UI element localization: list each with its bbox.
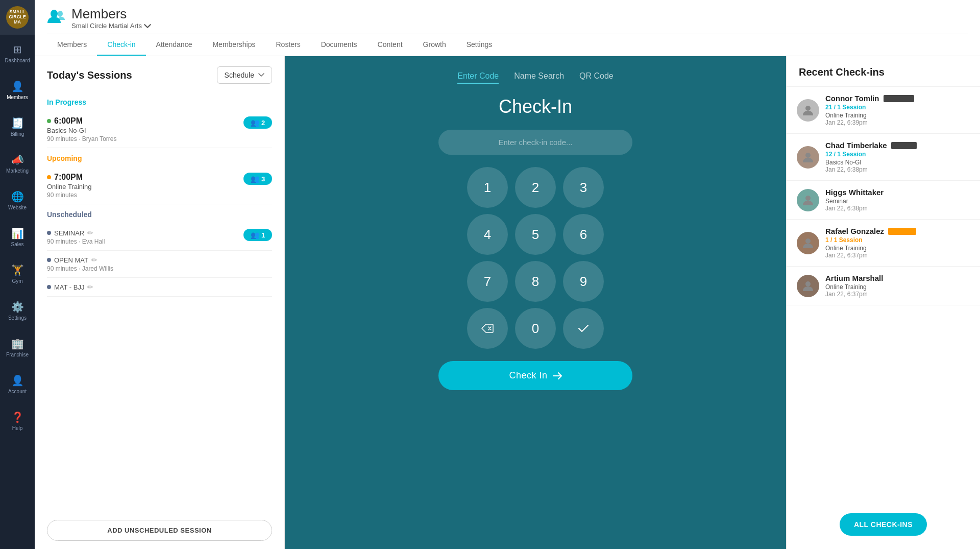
- schedule-dropdown[interactable]: Schedule: [217, 66, 272, 84]
- tab-name-search[interactable]: Name Search: [514, 71, 564, 84]
- page-title: Members: [71, 6, 151, 22]
- numpad-4[interactable]: 4: [467, 214, 508, 255]
- session-name-row: SEMINAR ✏: [47, 229, 105, 237]
- sidebar-item-dashboard[interactable]: ⊞ Dashboard: [0, 35, 35, 71]
- numpad-confirm[interactable]: [563, 308, 604, 349]
- sidebar: SMALLCIRCLEMA ⊞ Dashboard 👤 Members 🧾 Bi…: [0, 0, 35, 549]
- checkin-person-name: Connor Tomlin: [825, 94, 970, 103]
- sidebar-label-franchise: Franchise: [6, 352, 29, 357]
- sidebar-item-franchise[interactable]: 🏢 Franchise: [0, 329, 35, 366]
- numpad-9[interactable]: 9: [563, 261, 604, 302]
- center-panel: Enter Code Name Search QR Code Check-In …: [285, 56, 786, 549]
- session-item[interactable]: SEMINAR ✏ 90 minutes · Eva Hall 👥 1: [47, 224, 272, 251]
- session-info: 7:00PM Online Training 90 minutes: [47, 173, 91, 199]
- session-type: Basics No-GI: [825, 159, 970, 166]
- tab-settings[interactable]: Settings: [456, 34, 503, 56]
- avatar: [797, 146, 819, 169]
- franchise-icon: 🏢: [11, 338, 24, 350]
- session-time: 7:00PM: [47, 173, 91, 182]
- sidebar-item-gym[interactable]: 🏋️ Gym: [0, 255, 35, 292]
- logo-icon: SMALLCIRCLEMA: [6, 6, 29, 29]
- edit-icon[interactable]: ✏: [87, 229, 93, 237]
- sidebar-label-settings: Settings: [8, 315, 27, 321]
- attendees-icon: 👥: [251, 175, 259, 183]
- checkin-person-info: Artium Marshall Online Training Jan 22, …: [825, 274, 970, 298]
- page-body: Today's Sessions Schedule In Progress 6:…: [35, 56, 980, 549]
- svg-point-3: [805, 153, 811, 158]
- checkin-person-info: Higgs Whittaker Seminar Jan 22, 6:38pm: [825, 188, 970, 212]
- attendee-badge[interactable]: 👥 3: [243, 173, 272, 185]
- checkin-person-info: Chad Timberlake 12 / 1 Session Basics No…: [825, 141, 970, 173]
- help-icon: ❓: [11, 411, 24, 423]
- checkin-person-info: Connor Tomlin 21 / 1 Session Online Trai…: [825, 94, 970, 126]
- upcoming-label: Upcoming: [47, 154, 272, 162]
- numpad-7[interactable]: 7: [467, 261, 508, 302]
- checkin-person-name: Artium Marshall: [825, 274, 970, 282]
- dot-unscheduled: [47, 231, 51, 235]
- members-header-icon: [47, 9, 65, 28]
- tab-qr-code[interactable]: QR Code: [579, 71, 614, 84]
- numpad-6[interactable]: 6: [563, 214, 604, 255]
- attendee-badge[interactable]: 👥 2: [243, 116, 272, 129]
- sidebar-item-members[interactable]: 👤 Members: [0, 71, 35, 108]
- sidebar-item-help[interactable]: ❓ Help: [0, 402, 35, 439]
- sessions-list: In Progress 6:00PM Basics No-GI 90 minut…: [35, 92, 284, 512]
- all-check-ins-button[interactable]: ALL CHECK-INS: [840, 513, 927, 536]
- attendees-icon: 👥: [251, 231, 259, 239]
- numpad-5[interactable]: 5: [515, 214, 556, 255]
- checkin-time: Jan 22, 6:38pm: [825, 205, 970, 212]
- numpad-backspace[interactable]: [467, 308, 508, 349]
- membership-label: 21 / 1 Session: [825, 104, 970, 111]
- sidebar-item-account[interactable]: 👤 Account: [0, 366, 35, 402]
- sidebar-label-marketing: Marketing: [6, 168, 29, 174]
- attendee-badge[interactable]: 👥 1: [243, 229, 272, 241]
- session-item[interactable]: MAT - BJJ ✏: [47, 278, 272, 297]
- session-info: OPEN MAT ✏ 90 minutes · Jared Willis: [47, 256, 113, 272]
- session-item[interactable]: OPEN MAT ✏ 90 minutes · Jared Willis: [47, 251, 272, 278]
- tab-growth[interactable]: Growth: [413, 34, 456, 56]
- tab-attendance[interactable]: Attendance: [146, 34, 203, 56]
- numpad-3[interactable]: 3: [563, 167, 604, 208]
- tab-content[interactable]: Content: [368, 34, 413, 56]
- tab-memberships[interactable]: Memberships: [202, 34, 265, 56]
- tab-check-in[interactable]: Check-in: [97, 34, 145, 56]
- numpad-1[interactable]: 1: [467, 167, 508, 208]
- checkin-person-info: Rafael Gonzalez 1 / 1 Session Online Tra…: [825, 227, 970, 259]
- tab-enter-code[interactable]: Enter Code: [457, 71, 499, 84]
- sidebar-item-marketing[interactable]: 📣 Marketing: [0, 145, 35, 182]
- tab-documents[interactable]: Documents: [311, 34, 368, 56]
- checkin-time: Jan 22, 6:39pm: [825, 119, 970, 126]
- checkin-code-input[interactable]: [438, 130, 632, 155]
- unscheduled-label: Unscheduled: [47, 210, 272, 219]
- chevron-down-icon: [144, 22, 151, 30]
- sidebar-item-sales[interactable]: 📊 Sales: [0, 219, 35, 255]
- avatar: [797, 189, 819, 211]
- dot-in-progress: [47, 119, 51, 123]
- edit-icon[interactable]: ✏: [91, 256, 97, 264]
- sidebar-item-website[interactable]: 🌐 Website: [0, 182, 35, 219]
- svg-point-6: [805, 281, 811, 287]
- tab-members[interactable]: Members: [47, 34, 97, 56]
- session-item[interactable]: 6:00PM Basics No-GI 90 minutes · Bryan T…: [47, 111, 272, 148]
- session-name-row: OPEN MAT ✏: [47, 256, 113, 264]
- add-unscheduled-session-button[interactable]: ADD UNSCHEDULED SESSION: [47, 520, 272, 541]
- sidebar-item-settings[interactable]: ⚙️ Settings: [0, 292, 35, 329]
- numpad-row-1: 1 2 3: [467, 167, 604, 208]
- numpad-0[interactable]: 0: [515, 308, 556, 349]
- session-name: Basics No-GI: [47, 127, 117, 134]
- edit-icon[interactable]: ✏: [87, 283, 93, 291]
- right-panel-footer: ALL CHECK-INS: [787, 505, 980, 549]
- sidebar-item-billing[interactable]: 🧾 Billing: [0, 108, 35, 145]
- left-panel: Today's Sessions Schedule In Progress 6:…: [35, 56, 285, 549]
- numpad-2[interactable]: 2: [515, 167, 556, 208]
- numpad-8[interactable]: 8: [515, 261, 556, 302]
- tab-rosters[interactable]: Rosters: [265, 34, 310, 56]
- session-name: Online Training: [47, 183, 91, 190]
- org-name[interactable]: Small Circle Martial Arts: [71, 22, 151, 30]
- svg-point-2: [805, 106, 811, 111]
- checkin-time: Jan 22, 6:37pm: [825, 291, 970, 298]
- session-item[interactable]: 7:00PM Online Training 90 minutes 👥 3: [47, 168, 272, 204]
- check-in-button[interactable]: Check In: [438, 361, 632, 390]
- session-type: Online Training: [825, 245, 970, 252]
- dropdown-chevron-icon: [258, 73, 264, 77]
